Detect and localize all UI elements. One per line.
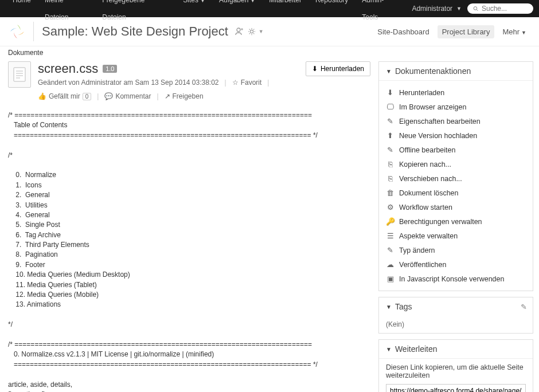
favorite-action[interactable]: ☆Favorit [232, 79, 262, 87]
action-item[interactable]: ✎Offline bearbeiten [386, 143, 526, 157]
action-label: Workflow starten [399, 203, 452, 211]
download-icon: ⬇ [312, 65, 318, 73]
global-search[interactable] [467, 3, 533, 14]
action-label: Veröffentlichen [399, 261, 446, 269]
action-item[interactable]: ✎Typ ändern [386, 243, 526, 257]
collapse-icon: ▼ [386, 346, 392, 352]
document-actions-panel: ▼Dokumentenaktionen ⬇Herunterladen🖵Im Br… [378, 61, 533, 291]
document-title: screen.css 1.0 [38, 61, 299, 76]
aspects-icon: ☰ [386, 232, 395, 240]
action-label: Offline bearbeiten [399, 146, 455, 154]
nav-item[interactable]: Repository [308, 0, 355, 26]
action-item[interactable]: ☰Aspekte verwalten [386, 229, 526, 243]
breadcrumb[interactable]: Dokumente [0, 46, 539, 61]
action-label: Im Browser anzeigen [399, 103, 466, 111]
chevron-down-icon: ▼ [200, 0, 205, 3]
panel-header[interactable]: ▼Dokumentenaktionen [379, 62, 533, 81]
nav-item[interactable]: Aufgaben▼ [212, 0, 262, 26]
comment-icon: 💬 [104, 92, 113, 100]
action-label: In Javascript Konsole verwenden [399, 275, 504, 283]
svg-point-3 [15, 30, 19, 33]
browser-icon: 🖵 [386, 103, 395, 111]
comment-action[interactable]: 💬Kommentar [104, 92, 151, 100]
nav-item[interactable]: Admin-Tools [355, 0, 406, 26]
modified-text: Geändert von Administrator am Sam 13 Sep… [38, 79, 219, 87]
document-type-icon [8, 61, 31, 88]
action-item[interactable]: ✎Eigenschaften bearbeiten [386, 114, 526, 128]
nav-item[interactable]: Mitarbeiter [262, 0, 308, 26]
svg-rect-8 [14, 68, 25, 81]
like-action[interactable]: 👍Gefällt mir0 [38, 92, 91, 100]
console-icon: ▣ [386, 275, 395, 283]
delete-icon: 🗑 [386, 189, 395, 197]
collapse-icon: ▼ [386, 68, 392, 75]
action-label: Neue Version hochladen [399, 132, 477, 140]
change-type-icon: ✎ [386, 246, 395, 254]
panel-header[interactable]: ▼Tags [379, 297, 515, 316]
user-menu[interactable]: Administrator ▼ [406, 5, 467, 13]
share-url-input[interactable] [386, 384, 526, 392]
edit-tags-icon[interactable]: ✎ [515, 298, 533, 316]
site-nav-item[interactable]: Site-Dashboard [373, 25, 433, 38]
action-item[interactable]: 🖵Im Browser anzeigen [386, 100, 526, 114]
action-item[interactable]: ⚙Workflow starten [386, 200, 526, 214]
svg-line-1 [476, 10, 478, 11]
nav-item[interactable]: Meine Dateien [38, 0, 95, 26]
share-message: Diesen Link kopieren, um die aktuelle Se… [386, 363, 526, 379]
user-name: Administrator [412, 5, 452, 13]
search-input[interactable] [482, 5, 528, 13]
action-item[interactable]: ⎘Verschieben nach... [386, 171, 526, 186]
global-nav: HomeMeine DateienFreigegebene DateienSit… [6, 0, 406, 26]
action-label: Berechtigungen verwalten [399, 218, 482, 226]
action-label: Eigenschaften bearbeiten [399, 117, 481, 126]
action-label: Dokument löschen [399, 189, 459, 197]
share-panel: ▼Weiterleiten Diesen Link kopieren, um d… [378, 339, 533, 392]
site-title: Sample: Web Site Design Project ▼ [42, 24, 373, 39]
action-label: Verschieben nach... [399, 175, 462, 183]
document-preview: /* =====================================… [8, 111, 370, 392]
share-action[interactable]: ↗Freigeben [165, 92, 204, 100]
publish-icon: ☁ [386, 260, 395, 269]
permissions-icon: 🔑 [386, 217, 395, 226]
action-item[interactable]: 🔑Berechtigungen verwalten [386, 214, 526, 229]
actions-list: ⬇Herunterladen🖵Im Browser anzeigen✎Eigen… [379, 81, 533, 291]
action-label: Aspekte verwalten [399, 232, 458, 240]
share-icon: ↗ [165, 92, 170, 100]
svg-point-7 [250, 30, 253, 33]
edit-properties-icon: ✎ [386, 117, 395, 126]
move-icon: ⎘ [386, 174, 395, 183]
site-nav: Site-DashboardProject LibraryMehr▼ [373, 25, 531, 38]
chevron-down-icon: ▼ [456, 6, 462, 11]
like-count: 0 [83, 93, 92, 100]
panel-header[interactable]: ▼Weiterleiten [379, 340, 533, 359]
action-label: Typ ändern [399, 246, 435, 254]
tags-panel: ▼Tags ✎ (Kein) [378, 297, 533, 334]
version-badge: 1.0 [103, 65, 117, 73]
action-item[interactable]: ⎘Kopieren nach... [386, 157, 526, 171]
collapse-icon: ▼ [386, 304, 392, 310]
svg-point-0 [474, 7, 477, 10]
global-header: HomeMeine DateienFreigegebene DateienSit… [0, 0, 539, 17]
action-item[interactable]: ▣In Javascript Konsole verwenden [386, 272, 526, 286]
action-label: Herunterladen [399, 89, 444, 97]
document-header: screen.css 1.0 Geändert von Administrato… [8, 61, 370, 100]
tags-body: (Kein) [379, 316, 533, 333]
alfresco-logo-icon [8, 22, 26, 41]
svg-point-4 [237, 28, 240, 32]
download-button[interactable]: ⬇ Herunterladen [306, 61, 370, 76]
action-item[interactable]: 🗑Dokument löschen [386, 186, 526, 200]
copy-icon: ⎘ [386, 160, 395, 168]
nav-item[interactable]: Freigegebene Dateien [95, 0, 176, 26]
members-icon[interactable] [234, 27, 243, 36]
site-nav-item[interactable]: Mehr▼ [498, 25, 531, 38]
search-icon [473, 5, 478, 12]
gear-icon[interactable]: ▼ [248, 27, 264, 36]
chevron-down-icon: ▼ [521, 30, 526, 36]
action-item[interactable]: ⬇Herunterladen [386, 85, 526, 100]
nav-item[interactable]: Sites▼ [176, 0, 212, 26]
action-label: Kopieren nach... [399, 160, 451, 168]
site-nav-item[interactable]: Project Library [438, 25, 495, 38]
action-item[interactable]: ☁Veröffentlichen [386, 257, 526, 272]
action-item[interactable]: ⬆Neue Version hochladen [386, 128, 526, 143]
edit-offline-icon: ✎ [386, 146, 395, 154]
